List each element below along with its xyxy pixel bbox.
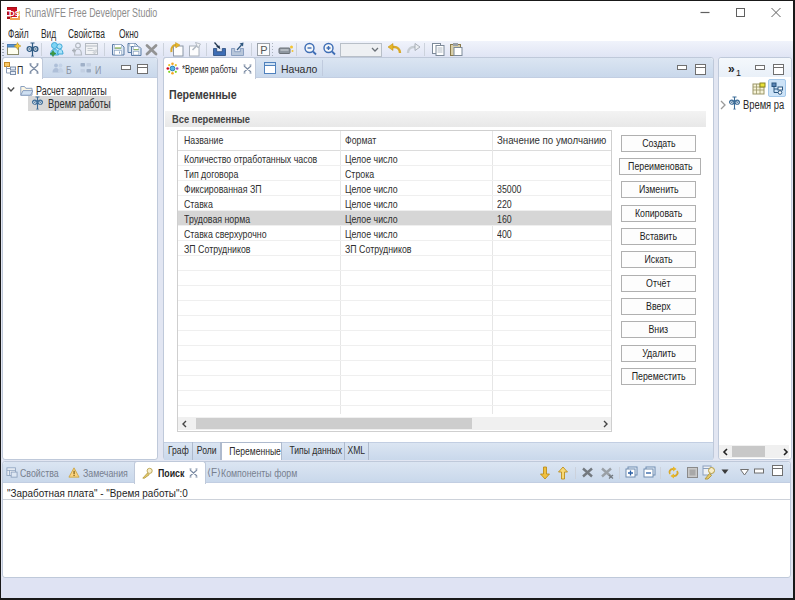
svg-text:P: P: [260, 44, 267, 56]
svg-text:DS: DS: [9, 9, 21, 18]
